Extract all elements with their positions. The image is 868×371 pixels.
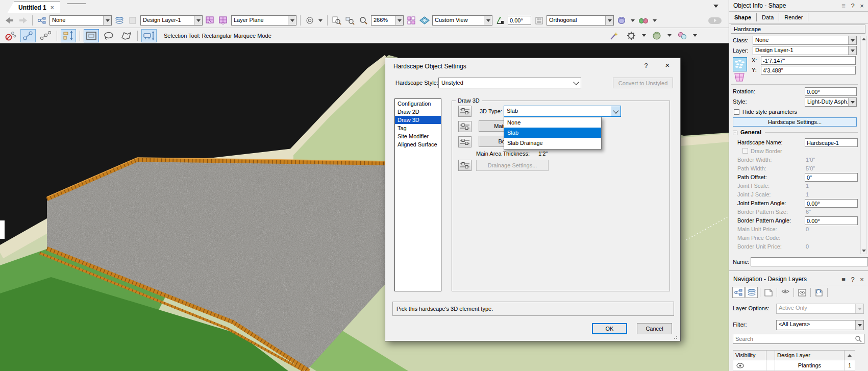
type-combo[interactable]: Slab <box>504 106 621 117</box>
y-input[interactable] <box>761 66 856 75</box>
zoom-level-combo[interactable]: 266% <box>371 15 404 26</box>
param-input[interactable] <box>805 199 858 208</box>
column-header-sort[interactable] <box>844 350 855 360</box>
fit-to-objects-icon[interactable] <box>331 15 342 26</box>
dropdown-arrow-icon[interactable] <box>605 16 613 25</box>
tab-data[interactable]: Data <box>757 13 779 21</box>
type-dropdown-list[interactable]: None Slab Slab Drainage <box>504 117 602 150</box>
pane-item-tag[interactable]: Tag <box>395 124 441 132</box>
saved-view-combo[interactable]: None <box>49 15 112 26</box>
style-combo[interactable]: Light-Duty Asph... <box>805 97 857 107</box>
param-input[interactable] <box>805 216 858 225</box>
param-input[interactable] <box>805 138 858 147</box>
option-slab-drainage[interactable]: Slab Drainage <box>504 138 601 148</box>
zoom-icon[interactable] <box>358 15 369 26</box>
standard-views-icon[interactable] <box>419 15 430 26</box>
current-view-combo[interactable]: Custom View <box>432 15 492 26</box>
panel-menu-icon[interactable]: ≡ <box>839 276 848 283</box>
screen-plane-icon[interactable] <box>205 15 216 26</box>
option-none[interactable]: None <box>504 117 601 128</box>
cancel-button[interactable]: Cancel <box>637 323 672 334</box>
dialog-pane-list[interactable]: Configuration Draw 2D Draw 3D Tag Site M… <box>394 98 441 291</box>
forward-arrow-button[interactable] <box>17 15 29 26</box>
sliders-icon[interactable] <box>458 106 472 117</box>
new-tab-stub[interactable] <box>62 3 86 14</box>
oip-scrollbar[interactable] <box>860 36 867 254</box>
disable-snapping-icon[interactable] <box>3 29 18 42</box>
sliders-icon[interactable] <box>458 136 472 147</box>
object-info-header[interactable]: Object Info - Shape ≡ ? × <box>729 0 868 12</box>
hardscape-style-combo[interactable]: Unstyled <box>438 78 581 88</box>
toolbar-overflow-button[interactable] <box>708 17 722 24</box>
view-options-icon[interactable] <box>304 15 315 26</box>
class-combo[interactable]: None <box>753 36 857 45</box>
collapse-icon[interactable] <box>733 131 737 135</box>
panel-help-icon[interactable]: ? <box>848 276 857 283</box>
dialog-help-icon[interactable]: ? <box>641 62 651 71</box>
sliders-icon[interactable] <box>458 121 472 132</box>
hide-style-checkbox[interactable] <box>734 109 739 115</box>
dropdown-arrow-icon[interactable] <box>395 16 403 25</box>
render-style-icon[interactable] <box>649 29 664 42</box>
layers-icon[interactable] <box>114 15 125 26</box>
dropdown-arrow-icon[interactable] <box>484 16 492 25</box>
gear-icon[interactable] <box>624 29 639 42</box>
texture-tool-icon[interactable] <box>675 29 690 42</box>
polygon-lasso-mode-button[interactable] <box>118 29 134 42</box>
render-mode-icon[interactable] <box>616 15 627 26</box>
column-header-blank[interactable] <box>766 350 775 360</box>
rotate-view-icon[interactable] <box>494 15 506 26</box>
search-input[interactable] <box>733 336 855 342</box>
layer-search-field[interactable] <box>733 334 864 344</box>
render-style-arrow-icon[interactable] <box>666 30 673 41</box>
pane-item-draw-2d[interactable]: Draw 2D <box>395 108 441 116</box>
dropdown-arrow-icon[interactable] <box>848 36 856 44</box>
blank-cell[interactable] <box>766 360 775 371</box>
eye-icon[interactable] <box>736 363 744 368</box>
chevron-down-icon[interactable] <box>572 78 581 88</box>
visibility-arrow-icon[interactable] <box>651 15 658 26</box>
tab-close-icon[interactable]: × <box>51 4 54 11</box>
magic-wand-icon[interactable] <box>606 29 622 42</box>
view-rotation-input[interactable] <box>508 16 531 25</box>
viewports-eye-icon[interactable] <box>796 287 808 298</box>
move-mode-button[interactable] <box>61 29 76 42</box>
tab-shape[interactable]: Shape <box>729 13 757 21</box>
dialog-close-icon[interactable]: × <box>662 61 673 71</box>
dropdown-arrow-icon[interactable] <box>848 46 856 55</box>
param-input[interactable] <box>805 173 858 182</box>
panel-close-icon[interactable]: × <box>857 2 866 10</box>
view-options-arrow-icon[interactable] <box>317 15 324 26</box>
active-plane-combo[interactable]: Layer Plane <box>231 15 296 26</box>
scroll-up-icon[interactable] <box>862 38 866 40</box>
saved-views-icon[interactable] <box>36 15 47 26</box>
column-header-visibility[interactable]: Visibility <box>733 350 766 360</box>
interactive-mode-1-button[interactable] <box>20 29 36 42</box>
screen-plane-pink-icon[interactable] <box>734 72 745 83</box>
column-header-design-layer[interactable]: Design Layer <box>775 350 845 360</box>
layer-order-cell[interactable]: 1 <box>844 360 855 371</box>
sheet-layers-icon[interactable] <box>762 287 775 298</box>
filter-combo[interactable]: <All Layers> <box>776 320 864 330</box>
pane-item-draw-3d[interactable]: Draw 3D <box>395 116 441 124</box>
tab-list-chevron-icon[interactable] <box>713 5 718 8</box>
references-icon[interactable] <box>813 287 825 298</box>
sliders-icon[interactable] <box>458 160 472 171</box>
plan-rotation-icon[interactable] <box>533 15 544 26</box>
texture-tool-arrow-icon[interactable] <box>692 30 698 41</box>
selection-interactive-scaling-button[interactable] <box>141 29 157 42</box>
option-slab[interactable]: Slab <box>504 128 601 138</box>
panel-close-icon[interactable]: × <box>857 276 866 283</box>
scroll-down-icon[interactable] <box>862 250 866 252</box>
visibility-cell[interactable] <box>733 360 766 371</box>
visibility-binoculars-icon[interactable] <box>638 15 649 26</box>
dropdown-arrow-icon[interactable] <box>288 16 296 25</box>
pane-item-site-modifier[interactable]: Site Modifier <box>395 132 441 140</box>
chevron-down-icon[interactable] <box>611 106 621 116</box>
multiple-views-icon[interactable] <box>406 15 417 26</box>
gear-arrow-icon[interactable] <box>641 30 647 41</box>
panel-help-icon[interactable]: ? <box>848 2 857 10</box>
rectangular-marquee-mode-button[interactable] <box>84 29 99 42</box>
active-layer-combo[interactable]: Design Layer-1 <box>140 15 203 26</box>
pane-item-configuration[interactable]: Configuration <box>395 100 441 108</box>
